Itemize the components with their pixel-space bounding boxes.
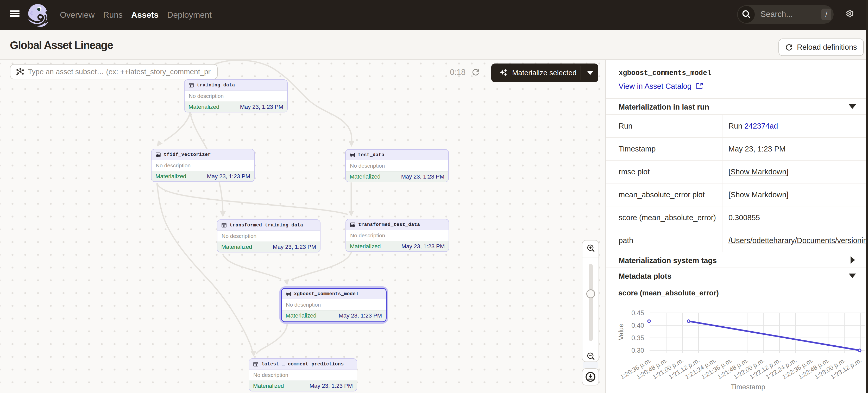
svg-text:0.35: 0.35 bbox=[631, 334, 644, 341]
svg-text:0.45: 0.45 bbox=[631, 309, 644, 317]
svg-text:0.30: 0.30 bbox=[631, 347, 644, 354]
svg-text:Value: Value bbox=[617, 324, 625, 340]
svg-text:Timestamp: Timestamp bbox=[731, 383, 766, 391]
svg-text:0.40: 0.40 bbox=[631, 322, 644, 329]
